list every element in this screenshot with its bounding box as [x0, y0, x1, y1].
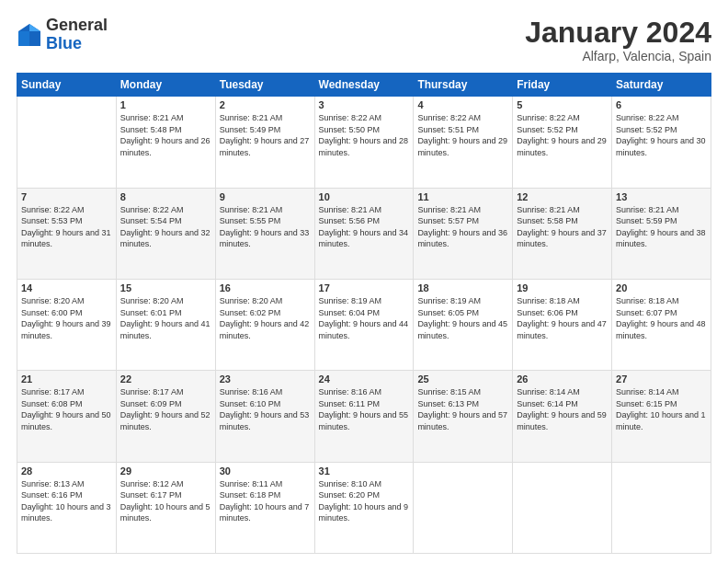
- day-info: Sunrise: 8:20 AM Sunset: 6:00 PM Dayligh…: [21, 295, 112, 341]
- day-cell: 8 Sunrise: 8:22 AM Sunset: 5:54 PM Dayli…: [116, 188, 215, 279]
- sunset: Sunset: 6:01 PM: [120, 308, 182, 317]
- sunset: Sunset: 5:56 PM: [319, 216, 381, 225]
- sunrise: Sunrise: 8:17 AM: [21, 387, 85, 396]
- day-cell: 7 Sunrise: 8:22 AM Sunset: 5:53 PM Dayli…: [17, 188, 117, 279]
- day-number: 23: [220, 373, 311, 385]
- logo-text: General Blue: [46, 17, 108, 53]
- day-number: 29: [120, 465, 211, 477]
- daylight: Daylight: 9 hours and 59 minutes.: [517, 410, 607, 431]
- day-number: 3: [319, 99, 410, 110]
- day-cell: 24 Sunrise: 8:16 AM Sunset: 6:11 PM Dayl…: [314, 371, 414, 462]
- sunset: Sunset: 6:05 PM: [417, 308, 479, 317]
- day-info: Sunrise: 8:14 AM Sunset: 6:14 PM Dayligh…: [517, 386, 608, 432]
- logo-blue: Blue: [46, 35, 108, 53]
- day-number: 18: [417, 282, 508, 293]
- daylight: Daylight: 10 hours and 5 minutes.: [120, 502, 210, 523]
- day-cell: 19 Sunrise: 8:18 AM Sunset: 6:06 PM Dayl…: [513, 279, 612, 370]
- daylight: Daylight: 9 hours and 29 minutes.: [417, 136, 507, 157]
- day-cell: 20 Sunrise: 8:18 AM Sunset: 6:07 PM Dayl…: [612, 279, 711, 370]
- sunrise: Sunrise: 8:20 AM: [220, 296, 283, 305]
- day-cell: 22 Sunrise: 8:17 AM Sunset: 6:09 PM Dayl…: [116, 371, 215, 462]
- daylight: Daylight: 9 hours and 26 minutes.: [120, 136, 210, 157]
- day-cell: [17, 97, 117, 188]
- week-row-3: 14 Sunrise: 8:20 AM Sunset: 6:00 PM Dayl…: [17, 279, 711, 370]
- daylight: Daylight: 9 hours and 36 minutes.: [417, 228, 507, 249]
- day-info: Sunrise: 8:21 AM Sunset: 5:59 PM Dayligh…: [616, 204, 707, 250]
- day-info: Sunrise: 8:22 AM Sunset: 5:50 PM Dayligh…: [319, 112, 410, 158]
- daylight: Daylight: 9 hours and 41 minutes.: [120, 319, 210, 340]
- sunset: Sunset: 5:55 PM: [220, 216, 281, 225]
- sunset: Sunset: 6:15 PM: [616, 399, 677, 408]
- sunset: Sunset: 6:07 PM: [616, 308, 677, 317]
- day-number: 7: [21, 191, 112, 202]
- week-row-5: 28 Sunrise: 8:13 AM Sunset: 6:16 PM Dayl…: [17, 462, 711, 553]
- sunset: Sunset: 6:00 PM: [21, 308, 83, 317]
- sunrise: Sunrise: 8:19 AM: [319, 296, 382, 305]
- day-cell: 3 Sunrise: 8:22 AM Sunset: 5:50 PM Dayli…: [314, 97, 414, 188]
- daylight: Daylight: 10 hours and 1 minute.: [616, 410, 706, 431]
- header: General Blue January 2024 Alfarp, Valenc…: [17, 17, 711, 63]
- daylight: Daylight: 9 hours and 34 minutes.: [319, 228, 409, 249]
- daylight: Daylight: 10 hours and 3 minutes.: [21, 502, 111, 523]
- sunrise: Sunrise: 8:17 AM: [120, 387, 184, 396]
- sunset: Sunset: 5:52 PM: [517, 125, 578, 134]
- daylight: Daylight: 9 hours and 52 minutes.: [120, 410, 210, 431]
- sunrise: Sunrise: 8:21 AM: [417, 205, 481, 214]
- sunrise: Sunrise: 8:21 AM: [120, 113, 184, 122]
- col-header-wednesday: Wednesday: [314, 74, 414, 97]
- day-number: 25: [417, 373, 508, 385]
- week-row-2: 7 Sunrise: 8:22 AM Sunset: 5:53 PM Dayli…: [17, 188, 711, 279]
- sunset: Sunset: 6:08 PM: [21, 399, 83, 408]
- day-info: Sunrise: 8:13 AM Sunset: 6:16 PM Dayligh…: [21, 478, 112, 524]
- day-info: Sunrise: 8:10 AM Sunset: 6:20 PM Dayligh…: [319, 478, 410, 524]
- day-number: 6: [616, 99, 707, 110]
- day-number: 9: [220, 191, 311, 202]
- sunset: Sunset: 6:17 PM: [120, 490, 182, 500]
- daylight: Daylight: 9 hours and 47 minutes.: [517, 319, 607, 340]
- day-number: 10: [319, 191, 410, 202]
- col-header-tuesday: Tuesday: [215, 74, 314, 97]
- day-number: 16: [220, 282, 311, 293]
- sunrise: Sunrise: 8:12 AM: [120, 479, 184, 488]
- day-cell: 18 Sunrise: 8:19 AM Sunset: 6:05 PM Dayl…: [414, 279, 513, 370]
- sunrise: Sunrise: 8:21 AM: [319, 205, 382, 214]
- sunrise: Sunrise: 8:18 AM: [616, 296, 679, 305]
- day-cell: 15 Sunrise: 8:20 AM Sunset: 6:01 PM Dayl…: [116, 279, 215, 370]
- day-info: Sunrise: 8:17 AM Sunset: 6:09 PM Dayligh…: [120, 386, 211, 432]
- daylight: Daylight: 9 hours and 55 minutes.: [319, 410, 409, 431]
- subtitle: Alfarp, Valencia, Spain: [525, 49, 711, 63]
- sunrise: Sunrise: 8:22 AM: [319, 113, 382, 122]
- day-cell: 31 Sunrise: 8:10 AM Sunset: 6:20 PM Dayl…: [314, 462, 414, 553]
- col-header-sunday: Sunday: [17, 74, 117, 97]
- sunrise: Sunrise: 8:20 AM: [21, 296, 85, 305]
- daylight: Daylight: 9 hours and 32 minutes.: [120, 228, 210, 249]
- day-number: 28: [21, 465, 112, 477]
- daylight: Daylight: 9 hours and 44 minutes.: [319, 319, 409, 340]
- sunset: Sunset: 6:13 PM: [417, 399, 479, 408]
- day-number: 8: [120, 191, 211, 202]
- sunset: Sunset: 6:09 PM: [120, 399, 182, 408]
- day-cell: 11 Sunrise: 8:21 AM Sunset: 5:57 PM Dayl…: [414, 188, 513, 279]
- sunset: Sunset: 5:49 PM: [220, 125, 281, 134]
- day-cell: 1 Sunrise: 8:21 AM Sunset: 5:48 PM Dayli…: [116, 97, 215, 188]
- day-info: Sunrise: 8:19 AM Sunset: 6:05 PM Dayligh…: [417, 295, 508, 341]
- sunrise: Sunrise: 8:22 AM: [417, 113, 481, 122]
- day-info: Sunrise: 8:12 AM Sunset: 6:17 PM Dayligh…: [120, 478, 211, 524]
- sunset: Sunset: 6:04 PM: [319, 308, 381, 317]
- sunset: Sunset: 5:58 PM: [517, 216, 578, 225]
- main-title: January 2024: [525, 17, 711, 49]
- day-cell: 27 Sunrise: 8:14 AM Sunset: 6:15 PM Dayl…: [612, 371, 711, 462]
- sunrise: Sunrise: 8:18 AM: [517, 296, 580, 305]
- day-info: Sunrise: 8:22 AM Sunset: 5:53 PM Dayligh…: [21, 204, 112, 250]
- sunrise: Sunrise: 8:20 AM: [120, 296, 184, 305]
- sunrise: Sunrise: 8:22 AM: [616, 113, 679, 122]
- day-number: 2: [220, 99, 311, 110]
- day-number: 1: [120, 99, 211, 110]
- day-cell: 5 Sunrise: 8:22 AM Sunset: 5:52 PM Dayli…: [513, 97, 612, 188]
- day-cell: 4 Sunrise: 8:22 AM Sunset: 5:51 PM Dayli…: [414, 97, 513, 188]
- day-info: Sunrise: 8:17 AM Sunset: 6:08 PM Dayligh…: [21, 386, 112, 432]
- title-block: January 2024 Alfarp, Valencia, Spain: [525, 17, 711, 63]
- col-header-thursday: Thursday: [414, 74, 513, 97]
- day-cell: 29 Sunrise: 8:12 AM Sunset: 6:17 PM Dayl…: [116, 462, 215, 553]
- daylight: Daylight: 9 hours and 30 minutes.: [616, 136, 706, 157]
